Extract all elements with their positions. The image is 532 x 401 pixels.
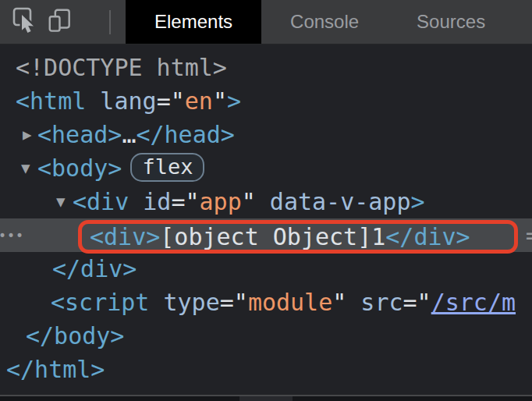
code-token-doctype: <!DOCTYPE html> [16, 54, 227, 81]
flex-badge[interactable]: flex [130, 153, 204, 182]
code-token-tag: <div> [90, 223, 160, 250]
code-line: <!DOCTYPE html> [16, 51, 227, 84]
bottom-divider-segment [239, 396, 293, 401]
tab-sources[interactable]: Sources [388, 0, 514, 44]
body-close-row[interactable]: </body> [0, 319, 532, 353]
inspect-highlight-box: <div>[object Object]1</div> [78, 220, 518, 254]
dom-tree[interactable]: <!DOCTYPE html><html lang="en">▶<head>…<… [0, 44, 532, 386]
code-line: <html lang="en"> [16, 84, 241, 118]
body-row[interactable]: ▼<body>flex [0, 151, 532, 185]
doctype-row[interactable]: <!DOCTYPE html> [0, 51, 532, 84]
code-token-tag: <body> [37, 154, 122, 182]
code-line: </html> [6, 353, 105, 386]
code-line: </div> [52, 252, 137, 286]
tab-console[interactable]: Console [261, 0, 388, 44]
code-token-tag: </head> [136, 121, 234, 148]
overflow-menu-dots[interactable]: ••• [0, 218, 24, 252]
code-token-value: app [200, 188, 242, 215]
app-div-row[interactable]: ▼<div id="app" data-v-app> [0, 185, 532, 218]
tab-strip: ElementsConsoleSources [126, 0, 514, 44]
code-token-tag: > [411, 188, 425, 215]
code-line: <script type="module" src="/src/m [51, 286, 516, 319]
code-token-tag: <html [16, 87, 86, 115]
code-token-tag: <script [51, 289, 149, 316]
last-selected-hint: == $0 [526, 222, 532, 249]
code-token-plain: =" [220, 289, 248, 316]
selected-div-row[interactable]: •••<div>[object Object]1</div>== $0 [0, 218, 532, 252]
script-row[interactable]: <script type="module" src="/src/m [0, 286, 532, 319]
code-token-plain: =" [157, 87, 185, 115]
code-token-plain: … [122, 121, 136, 148]
inspect-button[interactable] [11, 8, 37, 36]
device-toolbar-icon [47, 8, 72, 36]
code-token-tag: <div [73, 188, 129, 215]
code-token-tag: </div> [385, 223, 470, 250]
code-token-plain: " [242, 188, 256, 215]
toolbar-buttons [0, 0, 81, 44]
code-token-plain: =" [403, 289, 431, 316]
collapse-arrow-icon[interactable]: ▼ [21, 162, 30, 174]
code-token-plain: =" [171, 188, 199, 215]
head-row[interactable]: ▶<head>…</head> [0, 118, 532, 151]
code-token-tag: </html> [6, 356, 105, 383]
code-line: <div id="app" data-v-app> [73, 185, 425, 218]
code-line: <body>flex [37, 151, 204, 185]
code-token-tag: > [227, 87, 241, 115]
bottom-divider [0, 395, 532, 401]
code-token-tag: </div> [52, 255, 137, 282]
expand-arrow-icon[interactable]: ▶ [23, 129, 32, 140]
code-token-attr: type [149, 289, 219, 316]
code-token-attr: lang [86, 87, 156, 115]
inspect-icon [12, 7, 37, 37]
code-token-attr: data-v-app [256, 188, 411, 215]
code-token-value: en [185, 87, 213, 115]
code-line: <head>…</head> [37, 118, 235, 151]
code-token-tag: </body> [26, 322, 124, 350]
code-token-plain: [object Object]1 [160, 223, 385, 250]
devtools-toolbar: ElementsConsoleSources [0, 0, 532, 44]
code-token-plain: " [213, 87, 227, 115]
device-toolbar-button[interactable] [46, 8, 73, 36]
toolbar-separator [109, 10, 111, 34]
tab-elements[interactable]: Elements [126, 0, 261, 44]
html-open-row[interactable]: <html lang="en"> [0, 84, 532, 118]
code-token-plain: " [332, 289, 346, 316]
code-token-value: module [248, 289, 332, 316]
collapse-arrow-icon[interactable]: ▼ [56, 196, 66, 208]
html-close-row[interactable]: </html> [0, 353, 532, 386]
code-token-attr: src [346, 289, 403, 316]
code-token-attr: id [129, 188, 171, 215]
source-link[interactable]: /src/m [431, 289, 516, 316]
app-div-close-row[interactable]: </div> [0, 252, 532, 286]
code-token-tag: <head> [37, 121, 122, 148]
code-line: </body> [26, 319, 124, 353]
